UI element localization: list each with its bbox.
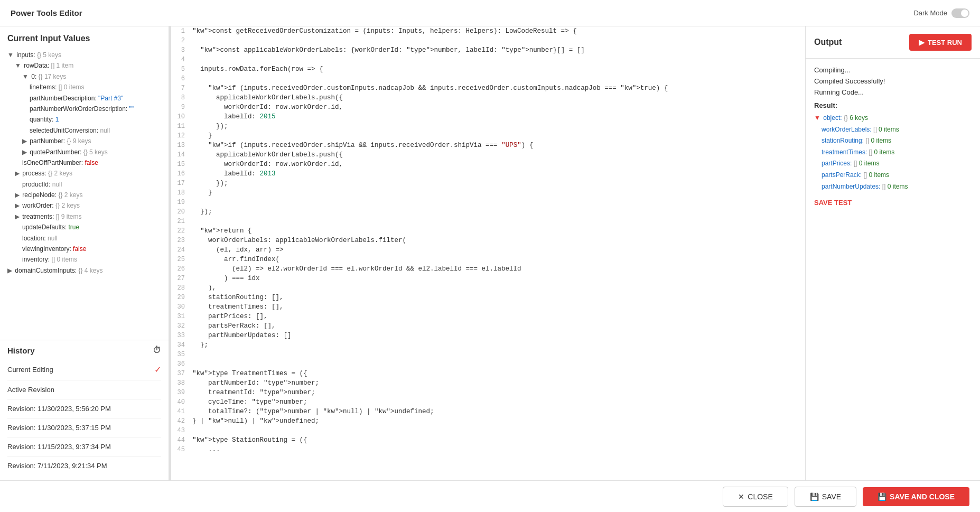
line-content[interactable]: }); [190,207,805,217]
tree-item[interactable]: ▼ inputs: {} 5 keys [7,50,161,60]
history-item[interactable]: Current Editing✓ [7,359,161,380]
line-content[interactable]: "kw">type TreatmentTimes = ({ [190,369,805,378]
tree-item[interactable]: lineItems: [] 0 items [30,82,161,92]
line-content[interactable]: "kw">if (inputs.receivedOrder.shipVia &&… [190,141,805,150]
tree-item[interactable]: ▶ partNumber: {} 9 keys [22,136,161,146]
line-content[interactable]: }); [190,179,805,188]
save-test-button[interactable]: SAVE TEST [814,199,852,207]
tree-item[interactable]: ▶ workOrder: {} 2 keys [15,200,161,211]
dark-mode-toggle[interactable]: Dark Mode [913,8,969,18]
line-content[interactable]: } [190,131,805,141]
line-number: 35 [171,350,190,359]
result-type: [] [863,171,867,179]
line-content[interactable]: } [190,188,805,198]
dark-mode-switch[interactable] [951,8,969,18]
line-content[interactable] [190,426,805,435]
history-item[interactable]: Revision: 7/11/2023, 9:21:34 PM [7,457,161,475]
history-item[interactable]: Revision: 11/15/2023, 9:37:34 PM [7,437,161,457]
line-content[interactable]: "kw">const applicableWorkOrderLabels: {w… [190,45,805,55]
line-content[interactable]: treatmentTimes: [], [190,302,805,312]
line-content[interactable]: "kw">return { [190,226,805,236]
line-content[interactable] [190,74,805,83]
close-button[interactable]: ✕ CLOSE [723,487,788,507]
result-tree-item[interactable]: stationRouting: [] 0 items [822,135,972,147]
history-item[interactable]: Revision: 11/30/2023, 5:56:20 PM [7,399,161,418]
tree-item[interactable]: location: null [22,233,161,244]
line-content[interactable]: }; [190,340,805,350]
result-tree-item[interactable]: treatmentTimes: [] 0 items [822,147,972,159]
line-content[interactable]: workOrderId: row.workOrder.id, [190,160,805,169]
line-content[interactable]: cycleTime: "type">number; [190,397,805,407]
tree-item[interactable]: ▼ 0: {} 17 keys [22,71,161,82]
history-item[interactable]: Active Revision [7,380,161,399]
tree-item[interactable]: ▶ recipeNode: {} 2 keys [15,190,161,200]
line-content[interactable]: ... [190,445,805,454]
line-content[interactable]: labelId: 2013 [190,169,805,179]
result-key: partPrices: [822,160,852,167]
tree-item[interactable]: ▶ treatments: [] 9 items [15,211,161,222]
line-content[interactable]: stationRouting: [], [190,293,805,302]
line-content[interactable]: }); [190,122,805,131]
tree-item[interactable]: productId: null [22,179,161,190]
tree-item[interactable]: ▶ quotePartNumber: {} 5 keys [22,147,161,157]
line-content[interactable]: ), [190,283,805,293]
history-title: History [7,346,35,355]
tree-item[interactable]: partNumberWorkOrderDescription: "" [30,104,161,114]
line-content[interactable]: partNumberUpdates: [] [190,331,805,340]
line-content[interactable] [190,198,805,207]
line-content[interactable]: "kw">type StationRouting = ({ [190,435,805,445]
tree-item[interactable]: isOneOffPartNumber: false [22,157,161,168]
result-tree-item[interactable]: partsPerRack: [] 0 items [822,170,972,181]
code-line: 22 "kw">return { [171,226,805,236]
result-tree-item[interactable]: ▼ object: {} 6 keys [814,113,972,124]
tree-item[interactable]: selectedUnitConversion: null [30,125,161,136]
result-tree-item[interactable]: partNumberUpdates: [] 0 items [822,181,972,193]
line-content[interactable]: workOrderId: row.workOrder.id, [190,103,805,112]
tree-item[interactable]: updateDefaults: true [22,222,161,232]
history-item[interactable]: Revision: 11/30/2023, 5:37:15 PM [7,418,161,437]
tree-item[interactable]: quantity: 1 [30,114,161,125]
line-content[interactable]: applicableWorkOrderLabels.push({ [190,93,805,103]
line-content[interactable] [190,217,805,226]
line-content[interactable]: treatmentId: "type">number; [190,388,805,397]
line-content[interactable]: "kw">const getReceivedOrderCustomization… [190,26,805,36]
tree-item[interactable]: inventory: [] 0 items [22,254,161,265]
line-content[interactable] [190,36,805,45]
line-content[interactable] [190,55,805,64]
line-content[interactable]: (el2) => el2.workOrderId === el.workOrde… [190,264,805,274]
line-content[interactable]: applicableWorkOrderLabels.push({ [190,150,805,160]
line-content[interactable] [190,359,805,369]
line-content[interactable]: partNumberId: "type">number; [190,378,805,388]
result-tree-item[interactable]: partPrices: [] 0 items [822,158,972,170]
line-content[interactable]: labelId: 2015 [190,112,805,122]
line-content[interactable]: } | "kw">null) | "kw">undefined; [190,416,805,426]
history-clock-icon[interactable]: ⏱ [153,346,161,355]
line-content[interactable]: partPrices: [], [190,312,805,321]
line-content[interactable]: ) === idx [190,274,805,283]
line-content[interactable]: arr.findIndex( [190,255,805,264]
result-tree-item[interactable]: workOrderLabels: [] 0 items [822,124,972,136]
line-content[interactable]: (el, idx, arr) => [190,245,805,255]
save-and-close-button[interactable]: 💾 SAVE AND CLOSE [863,487,969,506]
code-line: 27 ) === idx [171,274,805,283]
tree-item[interactable]: ▶ domainCustomInputs: {} 4 keys [7,265,161,276]
line-content[interactable]: partsPerRack: [], [190,321,805,331]
tree-item[interactable]: partNumberDescription: "Part #3" [30,93,161,104]
tree-item[interactable]: viewingInventory: false [22,244,161,254]
tree-item[interactable]: ▼ rowData: [] 1 item [15,60,161,71]
line-content[interactable] [190,350,805,359]
line-number: 13 [171,141,190,150]
line-number: 38 [171,378,190,388]
app-title: Power Tools Editor [11,8,82,17]
test-run-button[interactable]: ▶ TEST RUN [909,34,972,51]
line-content[interactable]: totalTime?: ("type">number | "kw">null) … [190,407,805,416]
line-content[interactable]: inputs.rowData.forEach(row => { [190,64,805,74]
tree-item[interactable]: ▶ process: {} 2 keys [15,168,161,179]
save-button[interactable]: 💾 SAVE [795,487,856,507]
line-content[interactable]: "kw">if (inputs.receivedOrder.customInpu… [190,83,805,93]
result-count: 0 items [869,171,889,179]
code-area[interactable]: 1"kw">const getReceivedOrderCustomizatio… [171,26,805,480]
line-number: 20 [171,207,190,217]
line-content[interactable]: workOrderLabels: applicableWorkOrderLabe… [190,236,805,245]
output-panel: Output ▶ TEST RUN Compiling...Compiled S… [806,26,980,480]
